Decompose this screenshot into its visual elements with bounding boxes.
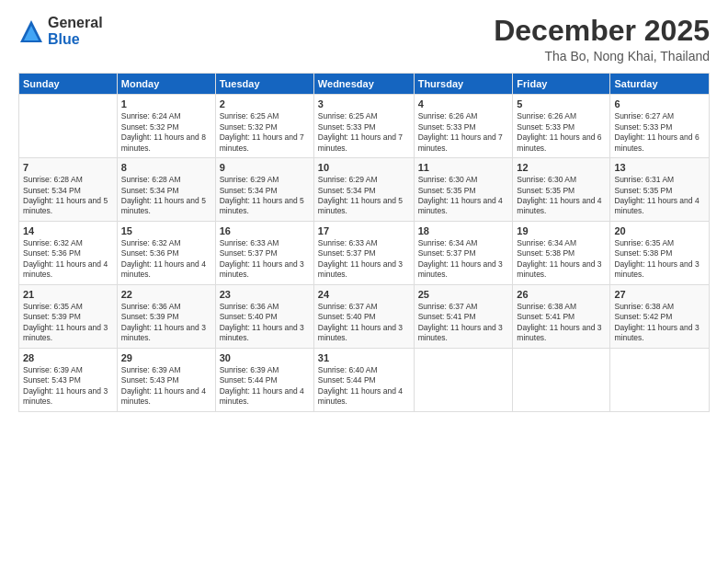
col-thursday: Thursday [414,74,513,95]
day-number: 18 [418,225,509,236]
day-info: Sunrise: 6:32 AM Sunset: 5:36 PM Dayligh… [121,238,211,281]
calendar-week-row: 21 Sunrise: 6:35 AM Sunset: 5:39 PM Dayl… [19,284,710,348]
col-monday: Monday [117,74,215,95]
day-number: 31 [318,352,410,363]
table-row: 25 Sunrise: 6:37 AM Sunset: 5:41 PM Dayl… [414,284,513,348]
day-info: Sunrise: 6:27 AM Sunset: 5:33 PM Dayligh… [614,111,705,154]
calendar-header-row: Sunday Monday Tuesday Wednesday Thursday… [19,74,710,95]
table-row: 16 Sunrise: 6:33 AM Sunset: 5:37 PM Dayl… [215,221,313,284]
calendar-week-row: 1 Sunrise: 6:24 AM Sunset: 5:32 PM Dayli… [19,95,710,158]
day-info: Sunrise: 6:39 AM Sunset: 5:43 PM Dayligh… [23,365,113,408]
table-row: 24 Sunrise: 6:37 AM Sunset: 5:40 PM Dayl… [313,284,414,348]
day-info: Sunrise: 6:26 AM Sunset: 5:33 PM Dayligh… [517,111,606,154]
day-number: 2 [220,98,310,109]
table-row: 1 Sunrise: 6:24 AM Sunset: 5:32 PM Dayli… [117,95,215,158]
table-row: 29 Sunrise: 6:39 AM Sunset: 5:43 PM Dayl… [117,348,215,411]
day-info: Sunrise: 6:29 AM Sunset: 5:34 PM Dayligh… [220,175,310,217]
table-row: 7 Sunrise: 6:28 AM Sunset: 5:34 PM Dayli… [19,158,118,222]
table-row [19,95,118,158]
day-number: 23 [220,289,310,300]
logo: General Blue [18,15,103,48]
day-number: 5 [517,98,606,109]
month-title: December 2025 [494,15,710,47]
day-info: Sunrise: 6:34 AM Sunset: 5:38 PM Dayligh… [517,238,606,281]
table-row: 18 Sunrise: 6:34 AM Sunset: 5:37 PM Dayl… [414,221,513,284]
day-number: 26 [517,289,606,300]
day-number: 17 [318,225,410,236]
calendar-week-row: 14 Sunrise: 6:32 AM Sunset: 5:36 PM Dayl… [19,221,710,284]
day-number: 9 [220,162,310,173]
day-info: Sunrise: 6:25 AM Sunset: 5:32 PM Dayligh… [220,111,310,154]
table-row: 15 Sunrise: 6:32 AM Sunset: 5:36 PM Dayl… [117,221,215,284]
day-info: Sunrise: 6:39 AM Sunset: 5:44 PM Dayligh… [220,365,310,408]
table-row: 31 Sunrise: 6:40 AM Sunset: 5:44 PM Dayl… [313,348,414,411]
col-sunday: Sunday [19,74,118,95]
table-row: 4 Sunrise: 6:26 AM Sunset: 5:33 PM Dayli… [414,95,513,158]
day-number: 1 [121,98,211,109]
logo-line2: Blue [48,31,103,48]
day-info: Sunrise: 6:29 AM Sunset: 5:34 PM Dayligh… [318,175,410,217]
day-number: 7 [23,162,113,173]
day-number: 11 [418,162,509,173]
table-row: 20 Sunrise: 6:35 AM Sunset: 5:38 PM Dayl… [610,221,710,284]
logo-line1: General [48,15,103,31]
table-row: 14 Sunrise: 6:32 AM Sunset: 5:36 PM Dayl… [19,221,118,284]
day-info: Sunrise: 6:28 AM Sunset: 5:34 PM Dayligh… [23,175,113,217]
calendar-week-row: 28 Sunrise: 6:39 AM Sunset: 5:43 PM Dayl… [19,348,710,411]
day-number: 21 [23,289,113,300]
day-info: Sunrise: 6:33 AM Sunset: 5:37 PM Dayligh… [220,238,310,281]
day-number: 4 [418,98,509,109]
table-row: 30 Sunrise: 6:39 AM Sunset: 5:44 PM Dayl… [215,348,313,411]
col-tuesday: Tuesday [215,74,313,95]
calendar-table: Sunday Monday Tuesday Wednesday Thursday… [18,73,710,411]
day-number: 24 [318,289,410,300]
table-row: 13 Sunrise: 6:31 AM Sunset: 5:35 PM Dayl… [610,158,710,222]
day-info: Sunrise: 6:26 AM Sunset: 5:33 PM Dayligh… [418,111,509,154]
day-number: 30 [220,352,310,363]
table-row: 3 Sunrise: 6:25 AM Sunset: 5:33 PM Dayli… [313,95,414,158]
day-number: 16 [220,225,310,236]
table-row: 17 Sunrise: 6:33 AM Sunset: 5:37 PM Dayl… [313,221,414,284]
header: General Blue December 2025 Tha Bo, Nong … [18,15,710,63]
logo-icon [18,18,44,44]
table-row [513,348,610,411]
table-row [610,348,710,411]
table-row: 21 Sunrise: 6:35 AM Sunset: 5:39 PM Dayl… [19,284,118,348]
day-info: Sunrise: 6:30 AM Sunset: 5:35 PM Dayligh… [418,175,509,217]
table-row: 19 Sunrise: 6:34 AM Sunset: 5:38 PM Dayl… [513,221,610,284]
day-number: 22 [121,289,211,300]
day-info: Sunrise: 6:25 AM Sunset: 5:33 PM Dayligh… [318,111,410,154]
table-row: 26 Sunrise: 6:38 AM Sunset: 5:41 PM Dayl… [513,284,610,348]
location: Tha Bo, Nong Khai, Thailand [494,49,710,63]
day-info: Sunrise: 6:24 AM Sunset: 5:32 PM Dayligh… [121,111,211,154]
table-row: 9 Sunrise: 6:29 AM Sunset: 5:34 PM Dayli… [215,158,313,222]
table-row: 28 Sunrise: 6:39 AM Sunset: 5:43 PM Dayl… [19,348,118,411]
day-number: 3 [318,98,410,109]
table-row: 27 Sunrise: 6:38 AM Sunset: 5:42 PM Dayl… [610,284,710,348]
col-saturday: Saturday [610,74,710,95]
day-info: Sunrise: 6:37 AM Sunset: 5:40 PM Dayligh… [318,302,410,344]
day-number: 25 [418,289,509,300]
day-number: 6 [614,98,705,109]
table-row: 8 Sunrise: 6:28 AM Sunset: 5:34 PM Dayli… [117,158,215,222]
day-info: Sunrise: 6:30 AM Sunset: 5:35 PM Dayligh… [517,175,606,217]
table-row: 11 Sunrise: 6:30 AM Sunset: 5:35 PM Dayl… [414,158,513,222]
day-number: 14 [23,225,113,236]
col-friday: Friday [513,74,610,95]
day-info: Sunrise: 6:38 AM Sunset: 5:41 PM Dayligh… [517,302,606,344]
day-number: 29 [121,352,211,363]
day-number: 20 [614,225,705,236]
table-row: 22 Sunrise: 6:36 AM Sunset: 5:39 PM Dayl… [117,284,215,348]
day-number: 10 [318,162,410,173]
table-row: 6 Sunrise: 6:27 AM Sunset: 5:33 PM Dayli… [610,95,710,158]
col-wednesday: Wednesday [313,74,414,95]
day-info: Sunrise: 6:34 AM Sunset: 5:37 PM Dayligh… [418,238,509,281]
day-number: 19 [517,225,606,236]
table-row: 2 Sunrise: 6:25 AM Sunset: 5:32 PM Dayli… [215,95,313,158]
table-row: 23 Sunrise: 6:36 AM Sunset: 5:40 PM Dayl… [215,284,313,348]
title-section: December 2025 Tha Bo, Nong Khai, Thailan… [494,15,710,63]
day-number: 8 [121,162,211,173]
day-info: Sunrise: 6:40 AM Sunset: 5:44 PM Dayligh… [318,365,410,408]
table-row: 10 Sunrise: 6:29 AM Sunset: 5:34 PM Dayl… [313,158,414,222]
day-info: Sunrise: 6:36 AM Sunset: 5:40 PM Dayligh… [220,302,310,344]
